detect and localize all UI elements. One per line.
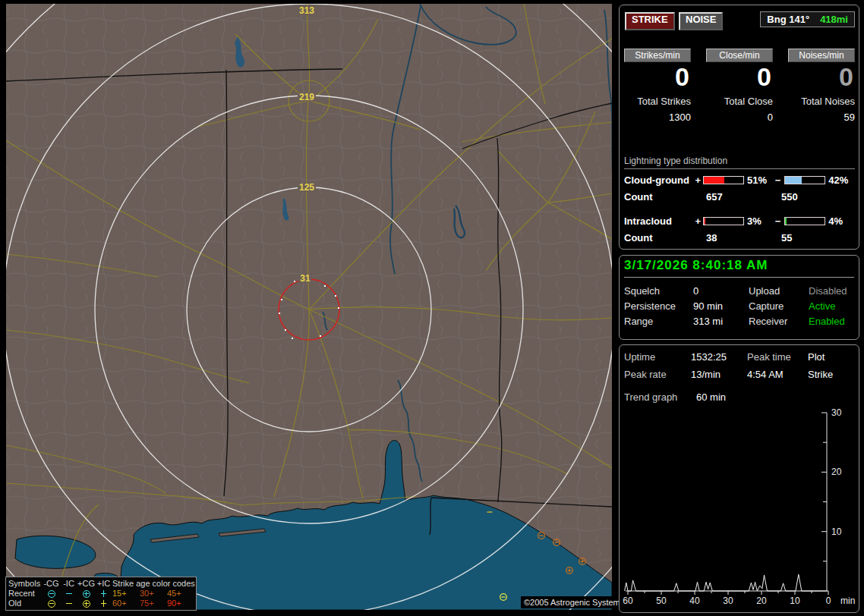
close-per-min-button[interactable]: Close/min [706, 49, 773, 62]
plus-sign: + [695, 215, 703, 227]
svg-text:30: 30 [831, 407, 842, 418]
minus-ic-old-icon [66, 603, 72, 604]
range-ring-label: 125 [298, 184, 316, 192]
age-15: 15+ [112, 589, 140, 599]
squelch-row: Squelch 0 Upload Disabled [624, 283, 856, 298]
plus-sign: + [695, 174, 703, 186]
legend-col-pic: +IC [97, 579, 110, 589]
range-ring-label: 31 [298, 275, 311, 283]
bearing-value: Bng 141° [767, 14, 809, 25]
intracloud-label: Intracloud [624, 215, 695, 227]
minus-sign: − [774, 174, 785, 186]
cloud-ground-count-row: Count 657 550 [624, 191, 855, 203]
strikes-per-min-button[interactable]: Strikes/min [624, 49, 691, 62]
range-value: 313 mi [693, 316, 749, 327]
minus-sign: − [774, 215, 785, 227]
age-90: 90+ [167, 599, 194, 608]
minus-cg-recent-icon [48, 590, 55, 598]
minus-cg-old-icon [48, 600, 55, 608]
age-30: 30+ [140, 589, 167, 599]
legend-age-header: Strike age color codes [112, 579, 194, 589]
count-label: Count [624, 232, 706, 244]
noises-per-min-value: 0 [788, 64, 855, 90]
legend-col-ncg: -CG [43, 579, 58, 589]
range-row: Range 313 mi Receiver Enabled [624, 313, 856, 328]
total-strikes-value: 1300 [624, 112, 691, 123]
legend-symbols-header: Symbols [8, 579, 43, 589]
status-rows: Squelch 0 Upload Disabled Persistence 90… [624, 283, 856, 328]
svg-text:50: 50 [656, 596, 667, 606]
plus-cg-recent-icon [83, 590, 90, 598]
total-noises-value: 59 [788, 112, 855, 123]
distribution-title: Lightning type distribution [624, 156, 855, 169]
svg-text:10: 10 [831, 526, 842, 537]
legend-recent-row: Recent 15+ 30+ 45+ [8, 589, 194, 599]
strikes-column: Strikes/min 0 Total Strikes 1300 [624, 49, 691, 123]
ic-negative-pct: 4% [825, 215, 855, 227]
uptime-trend-panel: Uptime 1532:25 Peak time Plot Peak rate … [619, 344, 859, 613]
legend-recent-label: Recent [8, 589, 43, 599]
intracloud-count-row: Count 38 55 [624, 232, 855, 244]
noises-per-min-button[interactable]: Noises/min [788, 49, 855, 62]
cg-negative-pct: 42% [825, 174, 855, 186]
total-strikes-label: Total Strikes [624, 96, 691, 107]
squelch-label: Squelch [624, 285, 693, 297]
lightning-distribution: Lightning type distribution Cloud-ground… [624, 156, 855, 244]
svg-text:min: min [840, 596, 855, 606]
bearing-distance: 418mi [820, 14, 848, 25]
close-per-min-value: 0 [706, 64, 773, 90]
cg-positive-bar [703, 176, 744, 184]
cloud-ground-label: Cloud-ground [624, 174, 695, 186]
copyright-notice: ©2005 Astrogenic Systems [521, 596, 627, 608]
age-60: 60+ [112, 599, 140, 608]
legend-header-row: Symbols -CG -IC +CG +IC Strike age color… [8, 579, 194, 589]
noise-mode-button[interactable]: NOISE [679, 12, 723, 30]
cg-negative-count: 550 [781, 191, 798, 203]
ic-positive-count: 38 [706, 232, 781, 244]
capture-status: Active [809, 300, 856, 312]
persistence-label: Persistence [624, 300, 693, 312]
ic-positive-bar [703, 217, 744, 225]
receiver-status: Enabled [809, 316, 856, 327]
intracloud-row: Intracloud + 3% − 4% [624, 215, 855, 226]
total-close-label: Total Close [706, 96, 773, 107]
lightning-map[interactable]: 31321912531 [6, 4, 612, 610]
bearing-readout: Bng 141° 418mi [760, 11, 855, 27]
datetime-display: 3/17/2026 8:40:18 AM [624, 258, 768, 273]
squelch-value: 0 [693, 285, 749, 297]
plus-ic-recent-icon [100, 590, 107, 597]
svg-text:40: 40 [689, 596, 700, 606]
uptime-rows: Uptime 1532:25 Peak time Plot Peak rate … [624, 348, 856, 406]
trend-graph-window: 60 min [696, 391, 856, 403]
legend-old-label: Old [8, 599, 43, 608]
svg-text:60: 60 [623, 596, 633, 606]
divider [624, 277, 854, 278]
plus-cg-old-icon [83, 600, 90, 608]
rate-columns: Strikes/min 0 Total Strikes 1300 Close/m… [624, 49, 855, 123]
age-45: 45+ [167, 589, 194, 599]
capture-label: Capture [749, 300, 809, 312]
minus-ic-recent-icon [66, 593, 72, 594]
range-ring-label: 313 [298, 7, 316, 15]
peak-time-label: Peak time [747, 351, 808, 363]
uptime-label: Uptime [624, 351, 691, 363]
plot-type-value: Strike [808, 369, 856, 380]
receiver-label: Receiver [749, 316, 809, 327]
plot-mode-value: Plot [808, 351, 856, 363]
uptime-value: 1532:25 [691, 351, 747, 363]
range-ring-label: 219 [298, 93, 316, 102]
strike-stats-panel: STRIKE NOISE Bng 141° 418mi Strikes/min … [619, 5, 859, 250]
legend-col-nic: -IC [63, 579, 74, 589]
cg-positive-count: 657 [706, 191, 781, 203]
noises-column: Noises/min 0 Total Noises 59 [788, 49, 855, 123]
peak-rate-value: 13/min [691, 369, 747, 380]
strike-mode-button[interactable]: STRIKE [625, 12, 675, 30]
svg-text:30: 30 [723, 596, 733, 606]
count-label: Count [624, 191, 706, 203]
cg-negative-bar [784, 176, 825, 184]
total-noises-label: Total Noises [788, 96, 855, 107]
plus-ic-old-icon [100, 600, 107, 607]
persistence-row: Persistence 90 min Capture Active [624, 298, 856, 313]
ic-negative-count: 55 [781, 232, 792, 244]
age-75: 75+ [140, 599, 167, 608]
